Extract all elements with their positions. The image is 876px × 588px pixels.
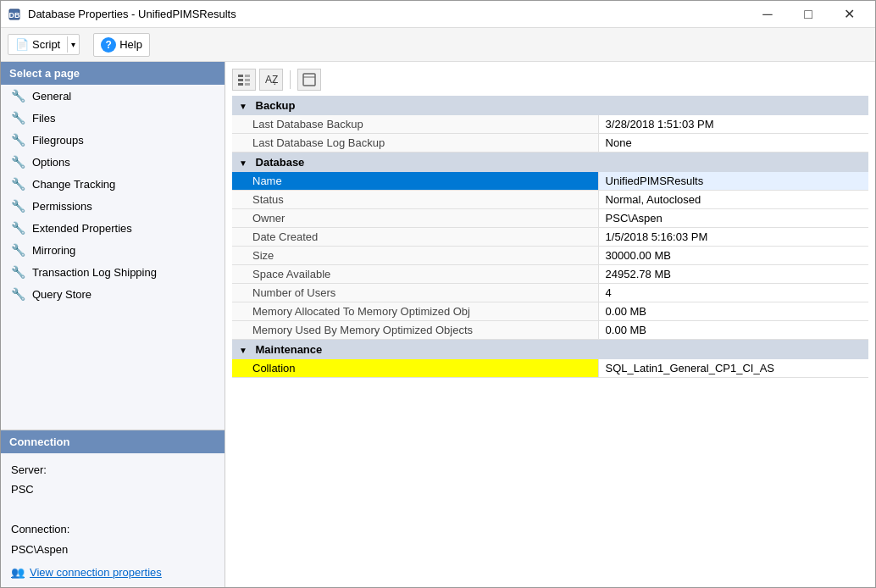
sidebar-header: Select a page bbox=[1, 62, 225, 85]
section-collapse-icon: ▼ bbox=[239, 346, 247, 355]
property-row[interactable]: Size 30000.00 MB bbox=[232, 247, 868, 265]
property-toolbar: AZ ↓ bbox=[232, 69, 868, 91]
sidebar-item-query-store[interactable]: 🔧 Query Store bbox=[1, 283, 225, 305]
section-header-maintenance[interactable]: ▼ Maintenance bbox=[232, 340, 868, 360]
svg-rect-3 bbox=[245, 75, 250, 77]
section-title: Database bbox=[256, 156, 305, 169]
section-header-database[interactable]: ▼ Database bbox=[232, 153, 868, 173]
prop-label: Collation bbox=[232, 359, 598, 378]
server-value: PSC bbox=[11, 483, 34, 496]
sidebar-label-mirroring: Mirroring bbox=[32, 244, 75, 257]
sidebar-label-transaction-log: Transaction Log Shipping bbox=[32, 266, 157, 279]
property-row[interactable]: Name UnifiedPIMSResults bbox=[232, 172, 868, 191]
connection-panel: Connection Server:PSC Connection:PSC\Asp… bbox=[1, 430, 225, 587]
prop-label: Number of Users bbox=[232, 284, 598, 302]
content-area: Select a page 🔧 General 🔧 Files 🔧 Filegr… bbox=[1, 62, 875, 587]
property-row[interactable]: Last Database Backup 3/28/2018 1:51:03 P… bbox=[232, 115, 868, 134]
property-row[interactable]: Last Database Log Backup None bbox=[232, 134, 868, 153]
sidebar-label-options: Options bbox=[32, 156, 70, 169]
sidebar-label-extended-properties: Extended Properties bbox=[32, 222, 132, 235]
sidebar-item-options[interactable]: 🔧 Options bbox=[1, 151, 225, 173]
sidebar-label-filegroups: Filegroups bbox=[32, 134, 84, 147]
script-icon: 📄 bbox=[15, 38, 29, 51]
main-toolbar: 📄 Script ▾ ? Help bbox=[1, 28, 875, 62]
extended-properties-icon: 🔧 bbox=[11, 221, 25, 235]
main-properties-area: AZ ↓ ▼ Backup Last Database Backup 3/ bbox=[225, 62, 875, 587]
permissions-icon: 🔧 bbox=[11, 199, 25, 213]
section-collapse-icon: ▼ bbox=[239, 102, 247, 111]
prop-value: 4 bbox=[598, 284, 868, 302]
property-row[interactable]: Status Normal, Autoclosed bbox=[232, 191, 868, 209]
sidebar-label-general: General bbox=[32, 90, 71, 103]
prop-value: 3/28/2018 1:51:03 PM bbox=[598, 115, 868, 134]
main-window: DB Database Properties - UnifiedPIMSResu… bbox=[0, 0, 876, 588]
sidebar-label-query-store: Query Store bbox=[32, 288, 91, 301]
toolbar-separator bbox=[290, 70, 291, 89]
section-collapse-icon: ▼ bbox=[239, 158, 247, 168]
properties-table: ▼ Backup Last Database Backup 3/28/2018 … bbox=[232, 96, 868, 378]
view-connection-properties-link[interactable]: 👥 View connection properties bbox=[11, 566, 214, 579]
property-row[interactable]: Memory Used By Memory Optimized Objects … bbox=[232, 321, 868, 340]
server-label: Server:PSC bbox=[11, 460, 214, 500]
prop-label: Last Database Log Backup bbox=[232, 134, 598, 153]
prop-label: Status bbox=[232, 191, 598, 209]
property-row[interactable]: Collation SQL_Latin1_General_CP1_CI_AS bbox=[232, 359, 868, 378]
sidebar-label-change-tracking: Change Tracking bbox=[32, 178, 115, 191]
sidebar-item-permissions[interactable]: 🔧 Permissions bbox=[1, 195, 225, 217]
minimize-button[interactable]: ─ bbox=[748, 2, 787, 27]
prop-label: Size bbox=[232, 247, 598, 265]
svg-rect-5 bbox=[245, 79, 250, 81]
prop-label: Last Database Backup bbox=[232, 115, 598, 134]
help-button[interactable]: ? Help bbox=[93, 33, 150, 57]
prop-value: None bbox=[598, 134, 868, 153]
sidebar-item-mirroring[interactable]: 🔧 Mirroring bbox=[1, 239, 225, 261]
prop-label: Memory Allocated To Memory Optimized Obj bbox=[232, 302, 598, 321]
property-row[interactable]: Space Available 24952.78 MB bbox=[232, 265, 868, 284]
prop-label: Date Created bbox=[232, 228, 598, 247]
mirroring-icon: 🔧 bbox=[11, 243, 25, 257]
script-dropdown[interactable]: 📄 Script ▾ bbox=[8, 34, 80, 55]
prop-value: 30000.00 MB bbox=[598, 247, 868, 265]
script-button[interactable]: 📄 Script bbox=[8, 35, 67, 54]
prop-value: 0.00 MB bbox=[598, 302, 868, 321]
prop-label: Name bbox=[232, 172, 598, 191]
script-arrow[interactable]: ▾ bbox=[67, 36, 79, 53]
connection-value: PSC\Aspen bbox=[11, 543, 68, 556]
help-label: Help bbox=[119, 38, 142, 51]
prop-label: Owner bbox=[232, 209, 598, 228]
prop-value: 24952.78 MB bbox=[598, 265, 868, 284]
titlebar: DB Database Properties - UnifiedPIMSResu… bbox=[1, 1, 875, 28]
svg-rect-7 bbox=[245, 83, 250, 86]
prop-value: 0.00 MB bbox=[598, 321, 868, 340]
sidebar-item-extended-properties[interactable]: 🔧 Extended Properties bbox=[1, 217, 225, 239]
prop-value: UnifiedPIMSResults bbox=[598, 172, 868, 191]
sidebar-item-change-tracking[interactable]: 🔧 Change Tracking bbox=[1, 173, 225, 195]
sidebar-nav: 🔧 General 🔧 Files 🔧 Filegroups 🔧 Options… bbox=[1, 85, 225, 430]
section-title: Maintenance bbox=[256, 343, 323, 356]
sidebar-item-filegroups[interactable]: 🔧 Filegroups bbox=[1, 129, 225, 151]
files-icon: 🔧 bbox=[11, 111, 25, 125]
alphabetical-view-button[interactable]: AZ ↓ bbox=[259, 69, 283, 91]
categorized-view-button[interactable] bbox=[232, 69, 256, 91]
sidebar: Select a page 🔧 General 🔧 Files 🔧 Filegr… bbox=[1, 62, 225, 587]
connection-link-icon: 👥 bbox=[11, 566, 25, 579]
close-button[interactable]: ✕ bbox=[829, 2, 868, 27]
property-pages-button[interactable] bbox=[297, 69, 321, 91]
sidebar-item-files[interactable]: 🔧 Files bbox=[1, 107, 225, 129]
sidebar-item-general[interactable]: 🔧 General bbox=[1, 85, 225, 107]
svg-text:↓: ↓ bbox=[273, 78, 277, 86]
maximize-button[interactable]: □ bbox=[789, 2, 828, 27]
property-row[interactable]: Owner PSC\Aspen bbox=[232, 209, 868, 228]
property-row[interactable]: Date Created 1/5/2018 5:16:03 PM bbox=[232, 228, 868, 247]
connection-info: Server:PSC Connection:PSC\Aspen bbox=[11, 460, 214, 559]
section-header-backup[interactable]: ▼ Backup bbox=[232, 96, 868, 115]
window-title: Database Properties - UnifiedPIMSResults bbox=[28, 8, 748, 20]
general-icon: 🔧 bbox=[11, 89, 25, 103]
filegroups-icon: 🔧 bbox=[11, 133, 25, 147]
svg-rect-10 bbox=[303, 74, 315, 86]
query-store-icon: 🔧 bbox=[11, 287, 25, 301]
property-row[interactable]: Memory Allocated To Memory Optimized Obj… bbox=[232, 302, 868, 321]
property-row[interactable]: Number of Users 4 bbox=[232, 284, 868, 302]
sidebar-label-files: Files bbox=[32, 112, 55, 125]
sidebar-item-transaction-log[interactable]: 🔧 Transaction Log Shipping bbox=[1, 261, 225, 283]
